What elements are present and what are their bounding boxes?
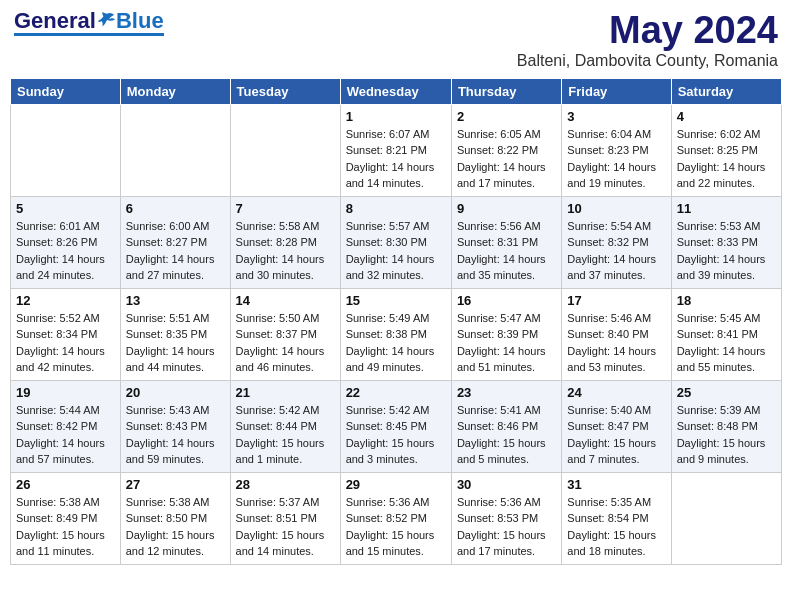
calendar-day-cell: 13Sunrise: 5:51 AM Sunset: 8:35 PM Dayli… [120, 288, 230, 380]
day-info: Sunrise: 5:52 AM Sunset: 8:34 PM Dayligh… [16, 310, 115, 376]
day-number: 19 [16, 385, 115, 400]
calendar-day-cell: 11Sunrise: 5:53 AM Sunset: 8:33 PM Dayli… [671, 196, 781, 288]
day-info: Sunrise: 5:42 AM Sunset: 8:44 PM Dayligh… [236, 402, 335, 468]
day-number: 7 [236, 201, 335, 216]
day-number: 21 [236, 385, 335, 400]
calendar-day-cell: 3Sunrise: 6:04 AM Sunset: 8:23 PM Daylig… [562, 104, 671, 196]
calendar-day-cell: 26Sunrise: 5:38 AM Sunset: 8:49 PM Dayli… [11, 472, 121, 564]
weekday-header-cell: Thursday [451, 78, 561, 104]
day-info: Sunrise: 5:53 AM Sunset: 8:33 PM Dayligh… [677, 218, 776, 284]
day-number: 31 [567, 477, 665, 492]
day-number: 4 [677, 109, 776, 124]
calendar-day-cell: 14Sunrise: 5:50 AM Sunset: 8:37 PM Dayli… [230, 288, 340, 380]
day-number: 11 [677, 201, 776, 216]
day-number: 2 [457, 109, 556, 124]
calendar-day-cell: 19Sunrise: 5:44 AM Sunset: 8:42 PM Dayli… [11, 380, 121, 472]
calendar-day-cell: 16Sunrise: 5:47 AM Sunset: 8:39 PM Dayli… [451, 288, 561, 380]
calendar-day-cell: 22Sunrise: 5:42 AM Sunset: 8:45 PM Dayli… [340, 380, 451, 472]
weekday-header-cell: Saturday [671, 78, 781, 104]
day-info: Sunrise: 5:54 AM Sunset: 8:32 PM Dayligh… [567, 218, 665, 284]
day-number: 12 [16, 293, 115, 308]
day-info: Sunrise: 5:49 AM Sunset: 8:38 PM Dayligh… [346, 310, 446, 376]
calendar-day-cell [230, 104, 340, 196]
day-number: 22 [346, 385, 446, 400]
day-number: 26 [16, 477, 115, 492]
day-info: Sunrise: 5:41 AM Sunset: 8:46 PM Dayligh… [457, 402, 556, 468]
calendar-day-cell [671, 472, 781, 564]
day-info: Sunrise: 5:36 AM Sunset: 8:53 PM Dayligh… [457, 494, 556, 560]
weekday-header-cell: Monday [120, 78, 230, 104]
day-info: Sunrise: 5:58 AM Sunset: 8:28 PM Dayligh… [236, 218, 335, 284]
logo-general-text: General [14, 10, 96, 32]
weekday-header-cell: Wednesday [340, 78, 451, 104]
calendar-day-cell: 7Sunrise: 5:58 AM Sunset: 8:28 PM Daylig… [230, 196, 340, 288]
calendar-day-cell: 25Sunrise: 5:39 AM Sunset: 8:48 PM Dayli… [671, 380, 781, 472]
day-number: 28 [236, 477, 335, 492]
day-info: Sunrise: 5:47 AM Sunset: 8:39 PM Dayligh… [457, 310, 556, 376]
calendar-day-cell: 18Sunrise: 5:45 AM Sunset: 8:41 PM Dayli… [671, 288, 781, 380]
day-info: Sunrise: 5:37 AM Sunset: 8:51 PM Dayligh… [236, 494, 335, 560]
page-header: General Blue May 2024 Balteni, Dambovita… [10, 10, 782, 70]
calendar-week-row: 5Sunrise: 6:01 AM Sunset: 8:26 PM Daylig… [11, 196, 782, 288]
day-number: 9 [457, 201, 556, 216]
day-number: 25 [677, 385, 776, 400]
day-number: 27 [126, 477, 225, 492]
calendar-day-cell: 10Sunrise: 5:54 AM Sunset: 8:32 PM Dayli… [562, 196, 671, 288]
calendar-day-cell: 4Sunrise: 6:02 AM Sunset: 8:25 PM Daylig… [671, 104, 781, 196]
calendar-day-cell: 5Sunrise: 6:01 AM Sunset: 8:26 PM Daylig… [11, 196, 121, 288]
weekday-header-cell: Sunday [11, 78, 121, 104]
day-info: Sunrise: 5:46 AM Sunset: 8:40 PM Dayligh… [567, 310, 665, 376]
calendar-day-cell: 24Sunrise: 5:40 AM Sunset: 8:47 PM Dayli… [562, 380, 671, 472]
calendar-day-cell: 28Sunrise: 5:37 AM Sunset: 8:51 PM Dayli… [230, 472, 340, 564]
day-info: Sunrise: 5:51 AM Sunset: 8:35 PM Dayligh… [126, 310, 225, 376]
day-info: Sunrise: 5:45 AM Sunset: 8:41 PM Dayligh… [677, 310, 776, 376]
calendar-day-cell: 1Sunrise: 6:07 AM Sunset: 8:21 PM Daylig… [340, 104, 451, 196]
calendar-week-row: 12Sunrise: 5:52 AM Sunset: 8:34 PM Dayli… [11, 288, 782, 380]
day-info: Sunrise: 5:43 AM Sunset: 8:43 PM Dayligh… [126, 402, 225, 468]
day-number: 14 [236, 293, 335, 308]
calendar-day-cell: 15Sunrise: 5:49 AM Sunset: 8:38 PM Dayli… [340, 288, 451, 380]
calendar-day-cell: 6Sunrise: 6:00 AM Sunset: 8:27 PM Daylig… [120, 196, 230, 288]
day-info: Sunrise: 5:42 AM Sunset: 8:45 PM Dayligh… [346, 402, 446, 468]
day-info: Sunrise: 6:00 AM Sunset: 8:27 PM Dayligh… [126, 218, 225, 284]
day-info: Sunrise: 6:02 AM Sunset: 8:25 PM Dayligh… [677, 126, 776, 192]
calendar-day-cell: 21Sunrise: 5:42 AM Sunset: 8:44 PM Dayli… [230, 380, 340, 472]
day-info: Sunrise: 5:57 AM Sunset: 8:30 PM Dayligh… [346, 218, 446, 284]
day-number: 10 [567, 201, 665, 216]
weekday-header-cell: Tuesday [230, 78, 340, 104]
calendar-body: 1Sunrise: 6:07 AM Sunset: 8:21 PM Daylig… [11, 104, 782, 564]
day-number: 16 [457, 293, 556, 308]
day-info: Sunrise: 5:50 AM Sunset: 8:37 PM Dayligh… [236, 310, 335, 376]
day-info: Sunrise: 5:39 AM Sunset: 8:48 PM Dayligh… [677, 402, 776, 468]
calendar-day-cell: 20Sunrise: 5:43 AM Sunset: 8:43 PM Dayli… [120, 380, 230, 472]
day-info: Sunrise: 5:44 AM Sunset: 8:42 PM Dayligh… [16, 402, 115, 468]
calendar-day-cell: 29Sunrise: 5:36 AM Sunset: 8:52 PM Dayli… [340, 472, 451, 564]
day-info: Sunrise: 5:38 AM Sunset: 8:50 PM Dayligh… [126, 494, 225, 560]
calendar-week-row: 19Sunrise: 5:44 AM Sunset: 8:42 PM Dayli… [11, 380, 782, 472]
logo-underline [14, 33, 164, 36]
calendar-day-cell: 9Sunrise: 5:56 AM Sunset: 8:31 PM Daylig… [451, 196, 561, 288]
day-info: Sunrise: 6:07 AM Sunset: 8:21 PM Dayligh… [346, 126, 446, 192]
day-info: Sunrise: 5:36 AM Sunset: 8:52 PM Dayligh… [346, 494, 446, 560]
weekday-header-row: SundayMondayTuesdayWednesdayThursdayFrid… [11, 78, 782, 104]
day-number: 3 [567, 109, 665, 124]
day-info: Sunrise: 6:01 AM Sunset: 8:26 PM Dayligh… [16, 218, 115, 284]
calendar-week-row: 1Sunrise: 6:07 AM Sunset: 8:21 PM Daylig… [11, 104, 782, 196]
day-number: 17 [567, 293, 665, 308]
calendar-day-cell: 30Sunrise: 5:36 AM Sunset: 8:53 PM Dayli… [451, 472, 561, 564]
day-info: Sunrise: 5:35 AM Sunset: 8:54 PM Dayligh… [567, 494, 665, 560]
location-title: Balteni, Dambovita County, Romania [517, 52, 778, 70]
calendar-day-cell [11, 104, 121, 196]
logo-bird-icon [98, 12, 116, 30]
day-info: Sunrise: 6:04 AM Sunset: 8:23 PM Dayligh… [567, 126, 665, 192]
day-number: 15 [346, 293, 446, 308]
day-info: Sunrise: 5:56 AM Sunset: 8:31 PM Dayligh… [457, 218, 556, 284]
day-number: 6 [126, 201, 225, 216]
day-number: 18 [677, 293, 776, 308]
day-number: 30 [457, 477, 556, 492]
day-number: 13 [126, 293, 225, 308]
day-info: Sunrise: 5:40 AM Sunset: 8:47 PM Dayligh… [567, 402, 665, 468]
day-number: 8 [346, 201, 446, 216]
day-number: 24 [567, 385, 665, 400]
day-info: Sunrise: 6:05 AM Sunset: 8:22 PM Dayligh… [457, 126, 556, 192]
